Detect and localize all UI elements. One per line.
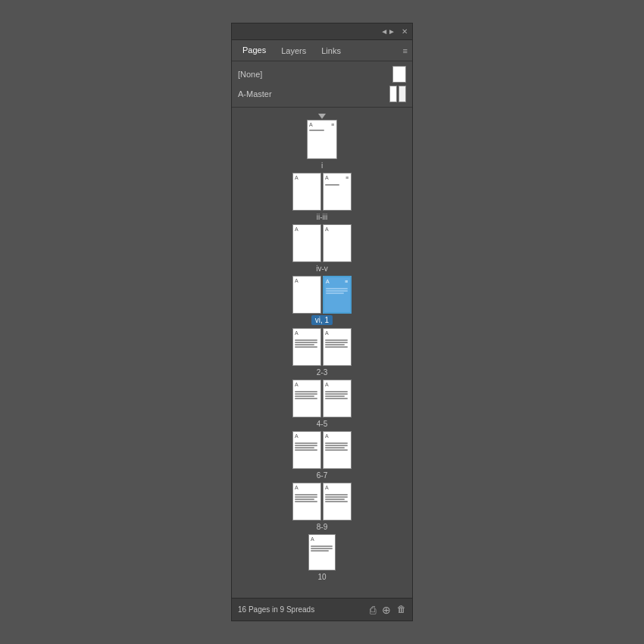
page-1-content [324,286,350,295]
page-line [325,395,345,397]
spread-ii-iii-label: ii-iii [317,213,327,221]
page-2-letter: A [295,330,299,336]
page-line [295,442,317,444]
page-10-letter: A [311,536,314,542]
panel-menu-icon[interactable]: ≡ [403,46,408,55]
spread-10-pages: A [308,534,336,571]
page-iv-content [293,234,320,237]
page-8[interactable]: A [292,483,321,521]
spread-6-7-label: 6-7 [317,471,327,480]
spread-ii-iii: A A ≡ ii-iii [292,173,352,221]
spread-vi-1-pages: A A ≡ [292,276,352,314]
page-v[interactable]: A [323,224,352,262]
page-5-content [324,389,351,401]
master-none-label: [None] [238,70,262,79]
close-icon[interactable]: ✕ [402,27,408,36]
master-none-thumb[interactable] [392,66,406,83]
page-line [295,501,317,502]
page-5-letter: A [325,382,329,387]
page-9-letter: A [325,485,329,490]
title-bar-controls: ◄► ✕ [380,27,408,36]
page-line [325,494,348,496]
page-3-letter: A [325,330,329,336]
pages-area: A ≡ i A [232,108,412,598]
page-9[interactable]: A [323,483,352,521]
spread-8-9: A A [292,483,352,531]
master-none-thumbs [392,66,406,83]
page-2[interactable]: A [292,328,321,366]
page-v-content [324,234,351,237]
page-line [295,449,317,451]
page-5[interactable]: A [323,380,352,417]
new-master-icon[interactable]: ⎙ [370,604,376,616]
page-7-content [324,441,351,452]
tab-layers[interactable]: Layers [274,40,314,61]
page-line [325,445,348,446]
page-line [295,395,314,397]
collapse-icon[interactable]: ◄► [380,27,395,36]
page-ii-content [293,183,320,186]
page-8-letter: A [295,485,299,490]
page-line [325,447,345,449]
pages-panel: ◄► ✕ Pages Layers Links ≡ [None] A-Maste… [231,23,413,621]
master-a-right-thumb[interactable] [399,86,406,102]
page-line [325,449,348,451]
page-vi[interactable]: A [292,276,321,314]
spread-i: A ≡ i [307,114,337,170]
page-line [295,346,317,348]
spread-vi-1: A A ≡ vi, 1 [292,276,352,325]
tab-bar: Pages Layers Links ≡ [232,40,412,61]
page-line [325,499,345,500]
spread-i-pages: A ≡ [307,120,337,159]
master-a-left-thumb[interactable] [389,86,397,102]
spread-10-label: 10 [317,573,326,581]
page-4[interactable]: A [292,380,321,417]
page-i-content [308,128,336,133]
spread-iv-v: A A iv-v [292,224,352,273]
spread-10: A 10 [308,534,336,581]
page-iii[interactable]: A ≡ [323,173,352,211]
page-iv[interactable]: A [292,224,321,262]
master-none-row: [None] [238,64,406,84]
page-v-letter: A [325,227,329,232]
page-ii-letter: A [295,175,299,180]
spread-ii-iii-pages: A A ≡ [292,173,352,211]
page-line [325,398,348,399]
spread-4-5: A A [292,380,352,428]
page-10-content [309,544,335,553]
spread-iv-v-pages: A A [292,224,352,262]
page-line [295,344,314,345]
page-6-letter: A [295,433,299,439]
tab-pages[interactable]: Pages [235,40,274,61]
page-line [295,342,317,343]
panel-footer: 16 Pages in 9 Spreads ⎙ ⊕ 🗑 [232,598,412,621]
title-bar: ◄► ✕ [232,23,412,40]
page-line [295,398,317,399]
page-4-letter: A [295,382,299,387]
page-7[interactable]: A [323,431,352,469]
page-iii-content [324,183,351,187]
page-1[interactable]: A ≡ [323,276,352,314]
page-i[interactable]: A ≡ [307,120,337,159]
tab-links[interactable]: Links [314,40,349,61]
page-line [325,501,348,502]
page-vi-content [293,286,320,289]
page-line [325,391,348,392]
page-ii[interactable]: A [292,173,321,211]
page-line [325,184,339,186]
spread-i-marker [318,114,326,119]
page-10[interactable]: A [308,534,336,571]
page-line [326,288,348,289]
page-vi-letter: A [295,278,299,283]
page-iv-letter: A [295,227,299,232]
new-page-icon[interactable]: ⊕ [382,604,391,616]
footer-page-count: 16 Pages in 9 Spreads [238,605,314,614]
page-line [325,346,348,348]
page-line [295,445,317,446]
page-3[interactable]: A [323,328,352,366]
page-line [326,292,344,294]
footer-icons: ⎙ ⊕ 🗑 [370,604,406,616]
delete-icon[interactable]: 🗑 [397,604,406,616]
page-line [295,494,317,496]
page-6[interactable]: A [292,431,321,469]
